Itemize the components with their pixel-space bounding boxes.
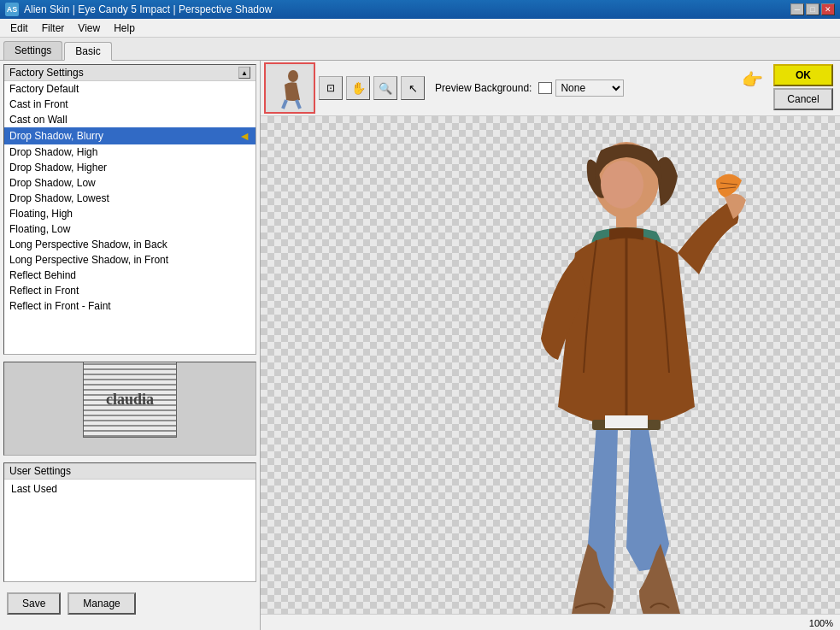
scroll-up-button[interactable]: ▲	[238, 67, 250, 79]
save-button[interactable]: Save	[7, 592, 61, 615]
settings-list-header: Factory Settings ▲	[4, 65, 256, 81]
preview-thumb-image	[267, 66, 312, 110]
settings-list-container: Factory Settings ▲ Factory Default Cast …	[3, 64, 256, 355]
list-item-drop-shadow-blurry[interactable]: Drop Shadow, Blurry ◄	[4, 127, 256, 144]
left-panel: Factory Settings ▲ Factory Default Cast …	[0, 61, 261, 630]
maximize-button[interactable]: □	[806, 3, 819, 15]
menu-view[interactable]: View	[71, 21, 107, 36]
woman-figure	[464, 133, 789, 614]
ok-cancel-area: 👉 OK Cancel	[773, 64, 833, 110]
status-bar: 100%	[261, 614, 840, 630]
arrow-tool-icon: ↖	[408, 82, 418, 95]
right-panel: 👉 OK Cancel ⊡	[261, 61, 840, 630]
zoom-level: 100%	[809, 618, 833, 628]
preview-bg-dropdown[interactable]: None White Black Custom	[555, 79, 624, 97]
list-item-drop-shadow-lowest[interactable]: Drop Shadow, Lowest	[4, 191, 256, 206]
list-item-reflect-in-front[interactable]: Reflect in Front	[4, 283, 256, 298]
list-item-long-perspective-front[interactable]: Long Perspective Shadow, in Front	[4, 252, 256, 268]
zoom-fit-icon: ⊡	[326, 82, 335, 94]
selected-arrow-indicator: ◄	[238, 129, 250, 143]
tab-basic[interactable]: Basic	[64, 42, 111, 61]
menu-filter[interactable]: Filter	[35, 21, 72, 36]
ok-button[interactable]: OK	[773, 64, 833, 86]
svg-point-1	[288, 70, 298, 82]
list-item-drop-shadow-high[interactable]: Drop Shadow, High	[4, 144, 256, 160]
hand-tool-button[interactable]: ✋	[346, 76, 370, 100]
zoom-tool-button[interactable]: 🔍	[373, 76, 397, 100]
zoom-fit-button[interactable]: ⊡	[319, 76, 343, 100]
menu-help[interactable]: Help	[107, 21, 142, 36]
claudia-text: claudia	[106, 391, 154, 409]
minimize-button[interactable]: ─	[790, 3, 804, 15]
menu-edit[interactable]: Edit	[3, 21, 35, 36]
menu-bar: Edit Filter View Help	[0, 19, 840, 38]
list-item-drop-shadow-low[interactable]: Drop Shadow, Low	[4, 175, 256, 191]
tabs-bar: Settings Basic	[0, 38, 840, 61]
preview-canvas	[261, 116, 840, 614]
list-item-cast-on-wall[interactable]: Cast on Wall	[4, 112, 256, 127]
cancel-button[interactable]: Cancel	[773, 88, 833, 110]
user-settings-item-last-used[interactable]: Last Used	[6, 481, 254, 497]
preview-bg-color-box	[538, 82, 552, 94]
preview-bg-label: Preview Background:	[435, 82, 532, 94]
manage-button[interactable]: Manage	[68, 592, 135, 615]
hand-tool-icon: ✋	[351, 81, 366, 95]
list-item-floating-high[interactable]: Floating, High	[4, 206, 256, 221]
claudia-thumbnail: claudia	[83, 362, 177, 438]
svg-point-5	[601, 161, 643, 209]
list-item-drop-shadow-higher[interactable]: Drop Shadow, Higher	[4, 160, 256, 175]
app-icon: AS	[5, 3, 19, 16]
window-title: Alien Skin | Eye Candy 5 Impact | Perspe…	[24, 3, 790, 15]
list-item-factory-default[interactable]: Factory Default	[4, 81, 256, 97]
user-settings-container: User Settings Last Used	[3, 462, 256, 582]
list-item-cast-in-front[interactable]: Cast in Front	[4, 97, 256, 112]
list-item-reflect-in-front-faint[interactable]: Reflect in Front - Faint	[4, 298, 256, 314]
settings-section-title: Factory Settings	[9, 67, 84, 79]
title-bar: AS Alien Skin | Eye Candy 5 Impact | Per…	[0, 0, 840, 19]
tab-settings[interactable]: Settings	[3, 41, 62, 60]
bottom-buttons-area: Save Manage	[0, 586, 260, 621]
thumbnail-preview-area: claudia	[3, 362, 256, 456]
preview-thumbnail	[264, 62, 315, 114]
list-item-reflect-behind[interactable]: Reflect Behind	[4, 268, 256, 283]
svg-rect-8	[605, 415, 648, 428]
list-item-long-perspective-back[interactable]: Long Perspective Shadow, in Back	[4, 237, 256, 252]
user-settings-header: User Settings	[4, 463, 256, 480]
main-container: Factory Settings ▲ Factory Default Cast …	[0, 61, 840, 630]
zoom-tool-icon: 🔍	[379, 82, 392, 95]
user-settings-list: Last Used	[4, 480, 256, 498]
window-controls: ─ □ ✕	[790, 3, 835, 15]
hand-pointer-icon: 👉	[742, 69, 763, 90]
list-item-floating-low[interactable]: Floating, Low	[4, 221, 256, 237]
arrow-tool-button[interactable]: ↖	[401, 76, 425, 100]
user-settings-title: User Settings	[9, 465, 71, 477]
settings-list: Factory Default Cast in Front Cast on Wa…	[4, 81, 256, 329]
close-button[interactable]: ✕	[821, 3, 835, 15]
